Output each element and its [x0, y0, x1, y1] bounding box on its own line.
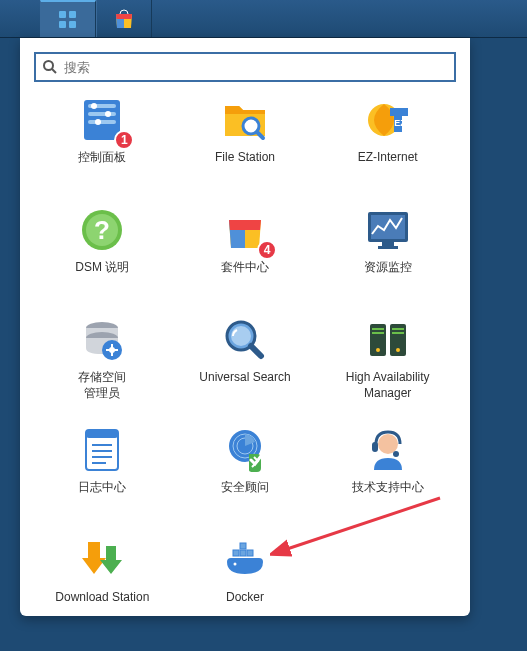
svg-rect-33 [372, 332, 384, 334]
docker-whale-icon [221, 536, 269, 584]
svg-rect-3 [69, 21, 76, 28]
svg-point-10 [91, 103, 97, 109]
svg-rect-8 [88, 112, 116, 116]
svg-rect-44 [92, 462, 106, 464]
app-universal-search[interactable]: Universal Search [177, 314, 314, 414]
shield-radar-icon [221, 426, 269, 474]
svg-rect-22 [382, 242, 394, 246]
app-label: EZ-Internet [358, 150, 418, 166]
taskbar [0, 0, 527, 38]
app-control-panel[interactable]: 1 控制面板 [34, 94, 171, 194]
app-label: DSM 说明 [75, 260, 129, 276]
app-label: 安全顾问 [221, 480, 269, 496]
app-grid: 1 控制面板 File Station EZ [34, 94, 456, 634]
notification-badge: 4 [257, 240, 277, 260]
svg-text:?: ? [94, 215, 110, 245]
shopping-bag-icon [112, 7, 136, 31]
app-label: File Station [215, 150, 275, 166]
app-ha-manager[interactable]: High Availability Manager [319, 314, 456, 414]
globe-arrow-icon: EZ [364, 96, 412, 144]
svg-rect-35 [392, 328, 404, 330]
grid-icon [57, 9, 79, 31]
svg-rect-51 [233, 550, 239, 556]
svg-point-27 [109, 347, 115, 353]
svg-rect-53 [247, 550, 253, 556]
svg-line-5 [52, 69, 56, 73]
svg-point-38 [396, 348, 400, 352]
taskbar-package-center-button[interactable] [96, 0, 152, 37]
svg-line-30 [251, 346, 261, 356]
svg-point-55 [233, 563, 236, 566]
app-package-center[interactable]: 4 套件中心 [177, 204, 314, 304]
app-label: 日志中心 [78, 480, 126, 496]
svg-point-4 [44, 61, 53, 70]
svg-text:EZ: EZ [394, 118, 406, 128]
svg-rect-9 [88, 120, 116, 124]
app-label: 控制面板 [78, 150, 126, 166]
svg-point-12 [95, 119, 101, 125]
svg-rect-42 [92, 450, 112, 452]
log-list-icon [78, 426, 126, 474]
svg-rect-43 [92, 456, 112, 458]
svg-rect-23 [378, 246, 398, 249]
headset-person-icon [364, 426, 412, 474]
app-resource-monitor[interactable]: 资源监控 [319, 204, 456, 304]
app-security-advisor[interactable]: 安全顾问 [177, 424, 314, 524]
app-label: Docker [226, 590, 264, 606]
svg-rect-32 [372, 328, 384, 330]
app-docker[interactable]: Docker [177, 534, 314, 634]
help-icon: ? [78, 206, 126, 254]
svg-rect-36 [392, 332, 404, 334]
app-support-center[interactable]: 技术支持中心 [319, 424, 456, 524]
app-storage-manager[interactable]: 存储空间 管理员 [34, 314, 171, 414]
app-label: Universal Search [199, 370, 290, 386]
svg-point-50 [393, 451, 399, 457]
svg-rect-2 [59, 21, 66, 28]
app-label: 资源监控 [364, 260, 412, 276]
app-launcher-panel: 1 控制面板 File Station EZ [20, 38, 470, 616]
magnifier-icon [221, 316, 269, 364]
app-ez-internet[interactable]: EZ EZ-Internet [319, 94, 456, 194]
svg-point-11 [105, 111, 111, 117]
app-label: Download Station [55, 590, 149, 606]
svg-rect-41 [92, 444, 112, 446]
svg-rect-54 [240, 543, 246, 549]
app-label: 技术支持中心 [352, 480, 424, 496]
folder-search-icon [221, 96, 269, 144]
disk-stack-icon [78, 316, 126, 364]
svg-point-48 [378, 434, 398, 454]
svg-rect-52 [240, 550, 246, 556]
notification-badge: 1 [114, 130, 134, 150]
svg-point-37 [376, 348, 380, 352]
servers-icon [364, 316, 412, 364]
svg-rect-40 [86, 430, 118, 438]
monitor-chart-icon [364, 206, 412, 254]
svg-rect-1 [69, 11, 76, 18]
app-label: 存储空间 管理员 [78, 370, 126, 401]
search-box[interactable] [34, 52, 456, 82]
search-input[interactable] [58, 60, 448, 75]
search-icon [42, 59, 58, 75]
svg-rect-49 [372, 442, 378, 452]
app-download-station[interactable]: Download Station [34, 534, 171, 634]
main-menu-button[interactable] [40, 0, 96, 37]
app-log-center[interactable]: 日志中心 [34, 424, 171, 524]
download-arrows-icon [78, 536, 126, 584]
app-label: 套件中心 [221, 260, 269, 276]
svg-rect-0 [59, 11, 66, 18]
app-file-station[interactable]: File Station [177, 94, 314, 194]
app-dsm-help[interactable]: ? DSM 说明 [34, 204, 171, 304]
app-label: High Availability Manager [323, 370, 453, 401]
